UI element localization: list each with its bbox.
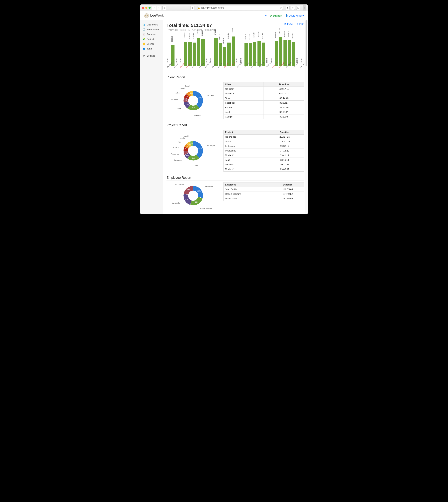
export-excel-button[interactable]: 🗎Excel [284, 23, 293, 25]
brand-logo[interactable]: LogWork [144, 13, 164, 18]
shield-icon[interactable]: ◐ [191, 6, 194, 10]
donut-series-label: No project [207, 144, 215, 146]
cell-duration: 39:38:17 [265, 144, 304, 148]
section-project-heading: Project Report [166, 123, 304, 128]
donut-pct-label: 6% [186, 145, 188, 147]
cell-duration: 29:03:37 [265, 167, 304, 172]
minimize-icon[interactable] [145, 7, 147, 9]
window-controls [142, 7, 151, 9]
new-tab-button[interactable]: + [303, 5, 306, 11]
table-row: iMac33:10:11 [224, 158, 304, 162]
cell-duration: 30:10:48 [265, 162, 304, 167]
cell-name: Office [224, 139, 265, 144]
sidebar-item-projects[interactable]: 🧩Projects [140, 37, 163, 42]
donut-series-label: Model X [170, 146, 179, 148]
donut-series-label: Robert Williams [200, 207, 212, 209]
donut-series-label: Office [194, 164, 198, 166]
scrollbar-thumb[interactable] [305, 20, 307, 66]
sidebar-item-clients[interactable]: 📒Clients [140, 42, 163, 46]
refresh-icon[interactable]: ⟲ [265, 14, 267, 17]
sidebar-item-team[interactable]: 👥Team [140, 46, 163, 51]
cell-name: Model Y [224, 167, 265, 172]
bar-value-label: 0:00:00 [236, 58, 238, 63]
cell-name: YouTube [224, 162, 265, 167]
cell-duration: 30:10:48 [264, 114, 304, 119]
sidebar-item-settings[interactable]: ⚙ Settings [140, 53, 163, 58]
table-row: No project200:17:15 [224, 135, 304, 139]
cell-name: John Smith [224, 187, 271, 192]
file-pdf-icon: 🗎 [296, 23, 299, 25]
nav-icon: 📒 [143, 43, 145, 45]
user-menu[interactable]: 👤 David Miller ▾ [285, 14, 304, 17]
donut-series-label: John Smith [205, 186, 213, 188]
forward-button[interactable]: › [157, 6, 161, 10]
donut-series-label: No client [207, 94, 214, 96]
back-button[interactable]: ‹ [152, 6, 157, 10]
employee-report: 29%26%23%22%John SmithRobert WilliamsDav… [166, 182, 304, 209]
table-row: Adobe37:15:29 [224, 105, 304, 110]
donut-pct-label: 7% [185, 151, 187, 153]
export-pdf-button[interactable]: 🗎PDF [296, 23, 304, 25]
daily-time-bar-chart: 0:00:0020:25:180:00:000:00:0024:04:5923:… [166, 34, 304, 71]
bar-value-label: 0:00:00 [206, 58, 207, 63]
bar-value-label: 0:00:00 [266, 58, 268, 63]
employee-col-duration: Duration [271, 182, 304, 187]
table-row: Instagram39:38:17 [224, 144, 304, 148]
nav-icon: 📈 [143, 33, 145, 36]
download-icon[interactable]: ⬇ [286, 6, 289, 10]
bar [244, 43, 248, 66]
bar [279, 37, 282, 66]
bar-value-label: 26:18:57 [201, 30, 203, 36]
project-table: ProjectDuration No project200:17:15Offic… [224, 130, 304, 172]
bar-value-label: 24:47:41 [257, 31, 259, 37]
nav-icon: 📊 [143, 23, 145, 26]
bar [227, 43, 231, 66]
donut-pct-label: 29% [197, 190, 201, 192]
cell-duration: 108:17:19 [264, 91, 304, 96]
nav-icon: 👥 [143, 47, 145, 50]
sidebar-toggle-icon[interactable]: ▥ [162, 6, 166, 10]
bar-value-label: 20:25:18 [171, 36, 173, 42]
table-row: Apple33:10:11 [224, 110, 304, 114]
brand-icon [144, 13, 149, 18]
employee-table: EmployeeDuration John Smith146:55:04Robe… [224, 182, 304, 201]
sidebar-item-label: Team [147, 47, 152, 50]
scrollbar-track[interactable] [305, 20, 308, 214]
close-icon[interactable] [142, 7, 144, 9]
bar-value-label: 23:11:31 [227, 33, 229, 39]
support-link[interactable]: ⊕ Support [270, 14, 282, 17]
donut-series-label: Facebook [170, 98, 178, 100]
donut-series-label: YouTube [176, 137, 185, 139]
reload-icon[interactable]: ⟳ [280, 7, 282, 9]
bar [257, 41, 261, 66]
section-employee-heading: Employee Report [166, 176, 304, 181]
bar-col: 24:47:41 [257, 41, 261, 66]
share-icon[interactable]: ⇧ [291, 6, 295, 10]
bar-value-label: 23:43:35 [188, 33, 190, 39]
gear-icon: ⚙ [143, 54, 145, 57]
donut-pct-label: 39% [199, 147, 202, 149]
sidebar-item-time-tracker[interactable]: 🕒Time tracker [140, 27, 163, 32]
sidebar-item-dashboard[interactable]: 📊Dashboard [140, 22, 163, 27]
cell-duration: 62:44:48 [264, 96, 304, 101]
cell-name: No client [224, 87, 264, 91]
app-body: 📊Dashboard🕒Time tracker📈Reports🧩Projects… [140, 20, 308, 214]
donut-pct-label: 7% [186, 96, 188, 97]
client-table: ClientDuration No client200:17:15Microso… [224, 82, 304, 119]
donut-series-label: David Miller [172, 202, 180, 204]
table-row: Microsoft108:17:19 [224, 91, 304, 96]
nav-divider [142, 52, 161, 52]
cell-name: Google [224, 114, 264, 119]
file-excel-icon: 🗎 [284, 23, 287, 25]
url-bar[interactable]: 🔒 app.logwork.com/reports ⟳ [197, 6, 283, 10]
bar-value-label: 24:02:08 [253, 32, 255, 38]
bar [249, 43, 252, 66]
bar [223, 47, 226, 66]
user-icon: 👤 [285, 14, 288, 17]
tabs-icon[interactable]: ❐ [296, 6, 300, 10]
maximize-icon[interactable] [148, 7, 151, 9]
sidebar-item-reports[interactable]: 📈Reports [140, 32, 163, 37]
export-buttons: 🗎Excel 🗎PDF [284, 23, 304, 25]
browser-window: ‹ › ▥ ◐ 🔒 app.logwork.com/reports ⟳ ⬇ ⇧ … [140, 4, 308, 214]
title-row: Total time: 511:34:07 12/31/2020, 8:00:0… [166, 23, 304, 31]
